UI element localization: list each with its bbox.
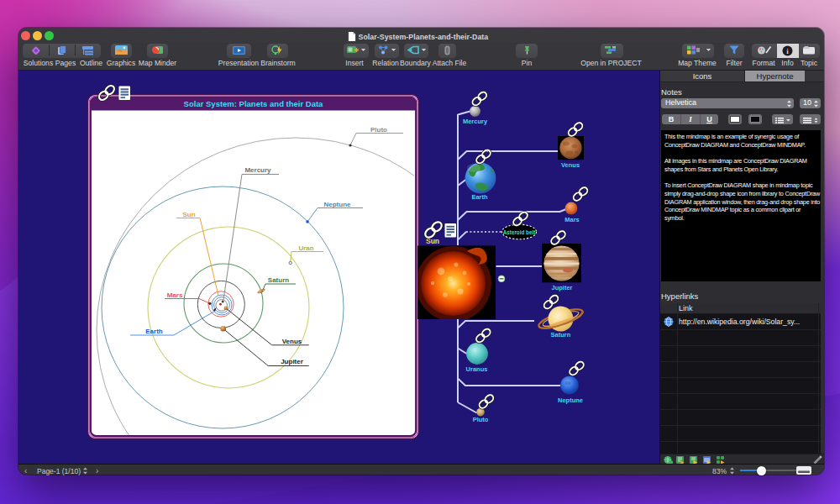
svg-text:Uranus: Uranus [466, 365, 488, 373]
svg-text:Neptune: Neptune [558, 396, 583, 404]
svg-text:Saturn: Saturn [268, 276, 289, 284]
svg-text:Pluto: Pluto [473, 416, 489, 423]
svg-text:Earth: Earth [471, 193, 488, 201]
svg-text:Sun: Sun [182, 211, 195, 218]
svg-text:Venus: Venus [561, 161, 580, 169]
svg-text:Mars: Mars [167, 291, 183, 299]
svg-text:Venus: Venus [282, 338, 302, 345]
svg-text:Mars: Mars [564, 216, 580, 223]
svg-text:Jupiter: Jupiter [281, 358, 303, 365]
svg-text:Pluto: Pluto [370, 126, 387, 134]
svg-text:Jupiter: Jupiter [551, 284, 572, 291]
svg-text:Neptune: Neptune [324, 201, 352, 208]
svg-text:Earth: Earth [145, 328, 163, 335]
svg-text:Solar System: Planets and thei: Solar System: Planets and their Data [184, 99, 323, 108]
svg-text:Asteroid belt: Asteroid belt [503, 229, 536, 235]
svg-text:Saturn: Saturn [551, 331, 571, 339]
svg-text:Mercury: Mercury [463, 118, 488, 125]
svg-text:Mercury: Mercury [244, 166, 271, 174]
svg-text:Uran: Uran [298, 244, 313, 252]
